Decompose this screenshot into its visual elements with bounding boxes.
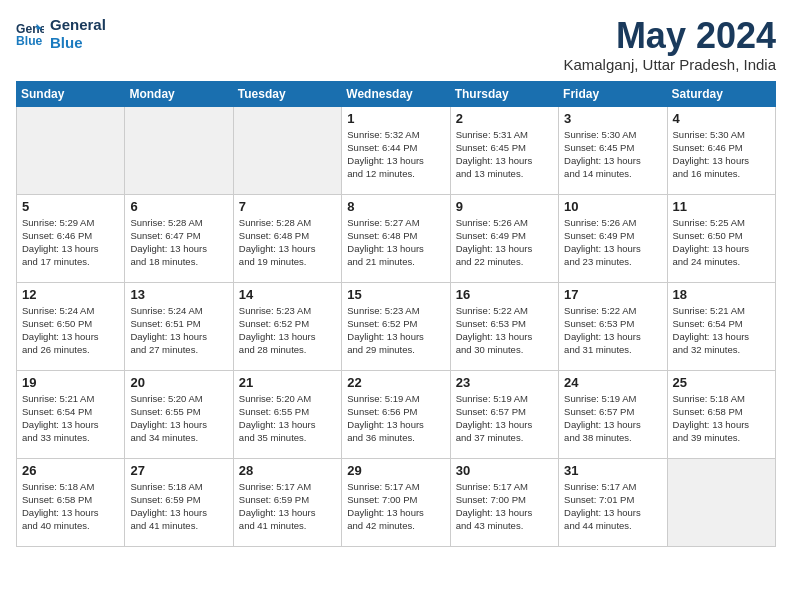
weekday-header: Tuesday (233, 81, 341, 106)
calendar-table: SundayMondayTuesdayWednesdayThursdayFrid… (16, 81, 776, 547)
location-label: Kamalganj, Uttar Pradesh, India (563, 56, 776, 73)
calendar-cell: 31Sunrise: 5:17 AM Sunset: 7:01 PM Dayli… (559, 458, 667, 546)
day-info: Sunrise: 5:20 AM Sunset: 6:55 PM Dayligh… (130, 392, 227, 445)
day-info: Sunrise: 5:18 AM Sunset: 6:59 PM Dayligh… (130, 480, 227, 533)
day-info: Sunrise: 5:18 AM Sunset: 6:58 PM Dayligh… (673, 392, 770, 445)
day-info: Sunrise: 5:17 AM Sunset: 7:00 PM Dayligh… (347, 480, 444, 533)
logo-icon: General Blue (16, 20, 44, 48)
calendar-cell: 9Sunrise: 5:26 AM Sunset: 6:49 PM Daylig… (450, 194, 558, 282)
logo-blue-text: Blue (50, 34, 106, 52)
day-number: 30 (456, 463, 553, 478)
calendar-cell (233, 106, 341, 194)
calendar-cell: 28Sunrise: 5:17 AM Sunset: 6:59 PM Dayli… (233, 458, 341, 546)
day-number: 27 (130, 463, 227, 478)
calendar-cell: 7Sunrise: 5:28 AM Sunset: 6:48 PM Daylig… (233, 194, 341, 282)
calendar-cell: 1Sunrise: 5:32 AM Sunset: 6:44 PM Daylig… (342, 106, 450, 194)
svg-text:Blue: Blue (16, 34, 43, 48)
day-number: 26 (22, 463, 119, 478)
day-number: 18 (673, 287, 770, 302)
day-number: 4 (673, 111, 770, 126)
day-number: 28 (239, 463, 336, 478)
day-info: Sunrise: 5:26 AM Sunset: 6:49 PM Dayligh… (456, 216, 553, 269)
day-number: 3 (564, 111, 661, 126)
day-info: Sunrise: 5:28 AM Sunset: 6:47 PM Dayligh… (130, 216, 227, 269)
calendar-cell: 30Sunrise: 5:17 AM Sunset: 7:00 PM Dayli… (450, 458, 558, 546)
calendar-cell: 21Sunrise: 5:20 AM Sunset: 6:55 PM Dayli… (233, 370, 341, 458)
day-info: Sunrise: 5:22 AM Sunset: 6:53 PM Dayligh… (456, 304, 553, 357)
day-number: 14 (239, 287, 336, 302)
day-info: Sunrise: 5:17 AM Sunset: 7:00 PM Dayligh… (456, 480, 553, 533)
day-number: 8 (347, 199, 444, 214)
day-number: 31 (564, 463, 661, 478)
day-number: 21 (239, 375, 336, 390)
calendar-cell: 2Sunrise: 5:31 AM Sunset: 6:45 PM Daylig… (450, 106, 558, 194)
calendar-cell: 4Sunrise: 5:30 AM Sunset: 6:46 PM Daylig… (667, 106, 775, 194)
day-number: 24 (564, 375, 661, 390)
day-number: 25 (673, 375, 770, 390)
day-info: Sunrise: 5:19 AM Sunset: 6:57 PM Dayligh… (564, 392, 661, 445)
logo: General Blue General Blue (16, 16, 106, 52)
day-info: Sunrise: 5:23 AM Sunset: 6:52 PM Dayligh… (347, 304, 444, 357)
calendar-cell: 10Sunrise: 5:26 AM Sunset: 6:49 PM Dayli… (559, 194, 667, 282)
calendar-cell: 25Sunrise: 5:18 AM Sunset: 6:58 PM Dayli… (667, 370, 775, 458)
day-number: 11 (673, 199, 770, 214)
calendar-cell: 24Sunrise: 5:19 AM Sunset: 6:57 PM Dayli… (559, 370, 667, 458)
calendar-cell: 18Sunrise: 5:21 AM Sunset: 6:54 PM Dayli… (667, 282, 775, 370)
day-info: Sunrise: 5:22 AM Sunset: 6:53 PM Dayligh… (564, 304, 661, 357)
calendar-cell (125, 106, 233, 194)
weekday-header: Monday (125, 81, 233, 106)
logo-text: General (50, 16, 106, 34)
calendar-cell: 11Sunrise: 5:25 AM Sunset: 6:50 PM Dayli… (667, 194, 775, 282)
day-number: 12 (22, 287, 119, 302)
calendar-cell (17, 106, 125, 194)
weekday-header: Thursday (450, 81, 558, 106)
day-number: 29 (347, 463, 444, 478)
day-number: 1 (347, 111, 444, 126)
day-number: 5 (22, 199, 119, 214)
calendar-cell: 19Sunrise: 5:21 AM Sunset: 6:54 PM Dayli… (17, 370, 125, 458)
day-number: 2 (456, 111, 553, 126)
weekday-header: Sunday (17, 81, 125, 106)
weekday-header: Saturday (667, 81, 775, 106)
day-info: Sunrise: 5:32 AM Sunset: 6:44 PM Dayligh… (347, 128, 444, 181)
calendar-cell: 12Sunrise: 5:24 AM Sunset: 6:50 PM Dayli… (17, 282, 125, 370)
day-number: 20 (130, 375, 227, 390)
day-info: Sunrise: 5:23 AM Sunset: 6:52 PM Dayligh… (239, 304, 336, 357)
day-info: Sunrise: 5:17 AM Sunset: 7:01 PM Dayligh… (564, 480, 661, 533)
day-info: Sunrise: 5:19 AM Sunset: 6:57 PM Dayligh… (456, 392, 553, 445)
calendar-cell: 26Sunrise: 5:18 AM Sunset: 6:58 PM Dayli… (17, 458, 125, 546)
day-info: Sunrise: 5:27 AM Sunset: 6:48 PM Dayligh… (347, 216, 444, 269)
calendar-cell: 13Sunrise: 5:24 AM Sunset: 6:51 PM Dayli… (125, 282, 233, 370)
calendar-cell: 6Sunrise: 5:28 AM Sunset: 6:47 PM Daylig… (125, 194, 233, 282)
day-info: Sunrise: 5:20 AM Sunset: 6:55 PM Dayligh… (239, 392, 336, 445)
day-number: 17 (564, 287, 661, 302)
day-number: 15 (347, 287, 444, 302)
day-info: Sunrise: 5:24 AM Sunset: 6:51 PM Dayligh… (130, 304, 227, 357)
day-number: 6 (130, 199, 227, 214)
day-info: Sunrise: 5:24 AM Sunset: 6:50 PM Dayligh… (22, 304, 119, 357)
calendar-cell: 3Sunrise: 5:30 AM Sunset: 6:45 PM Daylig… (559, 106, 667, 194)
day-info: Sunrise: 5:21 AM Sunset: 6:54 PM Dayligh… (22, 392, 119, 445)
day-info: Sunrise: 5:30 AM Sunset: 6:46 PM Dayligh… (673, 128, 770, 181)
day-number: 10 (564, 199, 661, 214)
day-info: Sunrise: 5:30 AM Sunset: 6:45 PM Dayligh… (564, 128, 661, 181)
day-number: 16 (456, 287, 553, 302)
weekday-header: Friday (559, 81, 667, 106)
day-number: 22 (347, 375, 444, 390)
calendar-cell: 29Sunrise: 5:17 AM Sunset: 7:00 PM Dayli… (342, 458, 450, 546)
page-header: General Blue General Blue May 2024 Kamal… (16, 16, 776, 73)
calendar-cell: 5Sunrise: 5:29 AM Sunset: 6:46 PM Daylig… (17, 194, 125, 282)
day-info: Sunrise: 5:31 AM Sunset: 6:45 PM Dayligh… (456, 128, 553, 181)
day-number: 19 (22, 375, 119, 390)
day-info: Sunrise: 5:18 AM Sunset: 6:58 PM Dayligh… (22, 480, 119, 533)
calendar-cell: 17Sunrise: 5:22 AM Sunset: 6:53 PM Dayli… (559, 282, 667, 370)
day-number: 7 (239, 199, 336, 214)
calendar-cell: 20Sunrise: 5:20 AM Sunset: 6:55 PM Dayli… (125, 370, 233, 458)
day-number: 13 (130, 287, 227, 302)
calendar-cell: 8Sunrise: 5:27 AM Sunset: 6:48 PM Daylig… (342, 194, 450, 282)
day-number: 23 (456, 375, 553, 390)
day-info: Sunrise: 5:25 AM Sunset: 6:50 PM Dayligh… (673, 216, 770, 269)
day-info: Sunrise: 5:17 AM Sunset: 6:59 PM Dayligh… (239, 480, 336, 533)
calendar-cell: 22Sunrise: 5:19 AM Sunset: 6:56 PM Dayli… (342, 370, 450, 458)
calendar-cell: 16Sunrise: 5:22 AM Sunset: 6:53 PM Dayli… (450, 282, 558, 370)
